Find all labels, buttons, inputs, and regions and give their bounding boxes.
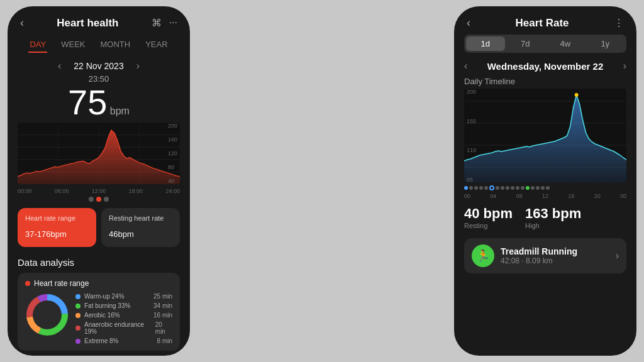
timeline-dots: [454, 183, 636, 193]
stat-resting-label: Resting: [464, 222, 513, 229]
resting-hr-card[interactable]: Resting heart rate 46bpm: [101, 208, 180, 247]
hrr-label: Heart rate range: [25, 214, 89, 222]
activity-icon: 🏃: [472, 244, 494, 267]
metrics-row: Heart rate range 37-176bpm Resting heart…: [8, 203, 190, 252]
bpm-unit: bpm: [110, 106, 130, 116]
tab-day[interactable]: DAY: [28, 37, 47, 53]
tab-week[interactable]: WEEK: [60, 37, 86, 53]
legend-anaerobic: Anaerobic endurance 19% 20 min: [75, 321, 172, 335]
data-analysis-section: Data analysis Heart rate range: [8, 252, 190, 356]
tab-year[interactable]: YEAR: [144, 37, 169, 53]
right-title: Heart Rate: [515, 17, 569, 30]
stat-resting: 40 bpm Resting: [464, 206, 513, 229]
current-date-left: 22 Nov 2023: [74, 61, 123, 71]
period-4w[interactable]: 4w: [546, 36, 585, 51]
tl-dot-4: [484, 186, 488, 190]
back-button-left[interactable]: ‹: [20, 16, 24, 30]
date-navigation-left: ‹ 22 Nov 2023 ›: [8, 55, 190, 74]
stat-high-label: High: [525, 222, 581, 229]
activity-card[interactable]: 🏃 Treadmill Running 42:08 · 8.09 km ›: [464, 238, 626, 273]
date-navigation-right: ‹ Wednesday, November 22 ›: [454, 58, 636, 77]
chart-y-labels-left: 200 160 120 80 40: [168, 123, 177, 184]
center-spacer: [197, 6, 447, 356]
tl-dot-1: [469, 186, 473, 190]
tl-dot-ring: [489, 185, 494, 190]
activity-name: Treadmill Running: [501, 246, 609, 256]
right-panel: ‹ Heart Rate ⋮ 1d 7d 4w 1y ‹ Wednesday, …: [454, 6, 636, 356]
period-1y[interactable]: 1y: [586, 36, 625, 51]
tl-dot-6: [501, 186, 504, 190]
activity-info: Treadmill Running 42:08 · 8.09 km: [501, 246, 609, 265]
bpm-value: 75: [68, 82, 107, 122]
progress-dot-active: [96, 197, 101, 202]
tl-dot-12: [536, 186, 540, 190]
daily-timeline-title: Daily Timeline: [454, 77, 636, 89]
tl-dot-2: [474, 186, 478, 190]
period-tab-bar: 1d 7d 4w 1y: [464, 35, 626, 53]
tl-dot-5: [496, 186, 499, 190]
progress-indicator: [8, 195, 190, 203]
tl-dot-start: [464, 186, 468, 190]
progress-dot-3: [104, 197, 109, 202]
prev-date-right[interactable]: ‹: [464, 60, 467, 72]
header-icons-left: ⌘ ···: [152, 17, 177, 29]
right-header: ‹ Heart Rate ⋮: [454, 6, 636, 35]
progress-dot-1: [89, 197, 94, 202]
more-icon-left[interactable]: ···: [169, 17, 177, 29]
next-date-left[interactable]: ›: [136, 60, 140, 72]
tl-dot-13: [541, 186, 545, 190]
tab-bar-left: DAY WEEK MONTH YEAR: [8, 35, 190, 55]
tl-dot-9: [516, 186, 519, 190]
period-1d[interactable]: 1d: [466, 36, 505, 51]
legend-aerobic: Aerobic 16% 16 min: [75, 312, 172, 319]
heart-rate-range-card[interactable]: Heart rate range 37-176bpm: [18, 208, 96, 247]
extreme-dot: [75, 339, 80, 344]
legend-warmup: Warm-up 24% 25 min: [75, 293, 172, 300]
svg-point-17: [575, 93, 579, 97]
donut-chart: [25, 293, 69, 337]
next-date-right[interactable]: ›: [623, 60, 626, 72]
tl-dot-14: [546, 186, 550, 190]
warmup-dot: [75, 294, 80, 299]
data-analysis-title: Data analysis: [18, 257, 180, 268]
more-icon-right[interactable]: ⋮: [614, 17, 624, 29]
tl-dot-11: [531, 186, 535, 190]
stat-resting-value: 40 bpm: [464, 206, 513, 222]
heart-rate-chart-left: 200 160 120 80 40: [18, 123, 180, 184]
stat-high-value: 163 bpm: [525, 206, 581, 222]
current-date-right: Wednesday, November 22: [487, 61, 604, 72]
bottom-spacer-right: [454, 276, 636, 356]
tl-dot-7: [506, 186, 509, 190]
anaerobic-dot: [75, 326, 80, 331]
tl-dot-3: [479, 186, 483, 190]
hrr-value: 37-176bpm: [25, 224, 89, 241]
tl-dot-10: [521, 186, 525, 190]
left-header: ‹ Heart health ⌘ ···: [8, 6, 190, 35]
tl-dot-8: [511, 186, 514, 190]
legend-extreme: Extreme 8% 8 min: [75, 337, 172, 344]
fatburn-dot: [75, 304, 80, 309]
activity-meta: 42:08 · 8.09 km: [501, 256, 609, 265]
timeline-time-labels: 00 04 08 12 16 20 00: [454, 193, 636, 199]
tl-dot-green: [526, 186, 530, 190]
period-7d[interactable]: 7d: [506, 36, 545, 51]
tab-month[interactable]: MONTH: [99, 37, 131, 53]
analysis-card: Heart rate range: [18, 273, 180, 351]
activity-arrow-icon: ›: [616, 250, 619, 261]
red-dot-icon: [25, 281, 30, 286]
left-panel: ‹ Heart health ⌘ ··· DAY WEEK MONTH YEAR…: [8, 6, 190, 356]
heart-y-labels: 200 155 110 65: [467, 89, 476, 183]
rhr-value: 46bpm: [109, 224, 172, 241]
rhr-label: Resting heart rate: [109, 214, 172, 222]
legend-list: Warm-up 24% 25 min Fat burning 33% 34 mi…: [75, 293, 172, 344]
aerobic-dot: [75, 313, 80, 318]
analysis-content: Warm-up 24% 25 min Fat burning 33% 34 mi…: [25, 293, 172, 344]
analysis-card-title: Heart rate range: [25, 279, 172, 288]
legend-fatburn: Fat burning 33% 34 min: [75, 302, 172, 309]
back-button-right[interactable]: ‹: [467, 16, 470, 30]
link-icon[interactable]: ⌘: [152, 17, 162, 29]
heart-rate-chart-right: 200 155 110 65: [464, 89, 626, 183]
prev-date-left[interactable]: ‹: [58, 60, 61, 72]
left-title: Heart health: [57, 17, 118, 30]
chart-x-labels-left: 00:00 06:00 12:00 18:00 24:00: [8, 187, 190, 195]
